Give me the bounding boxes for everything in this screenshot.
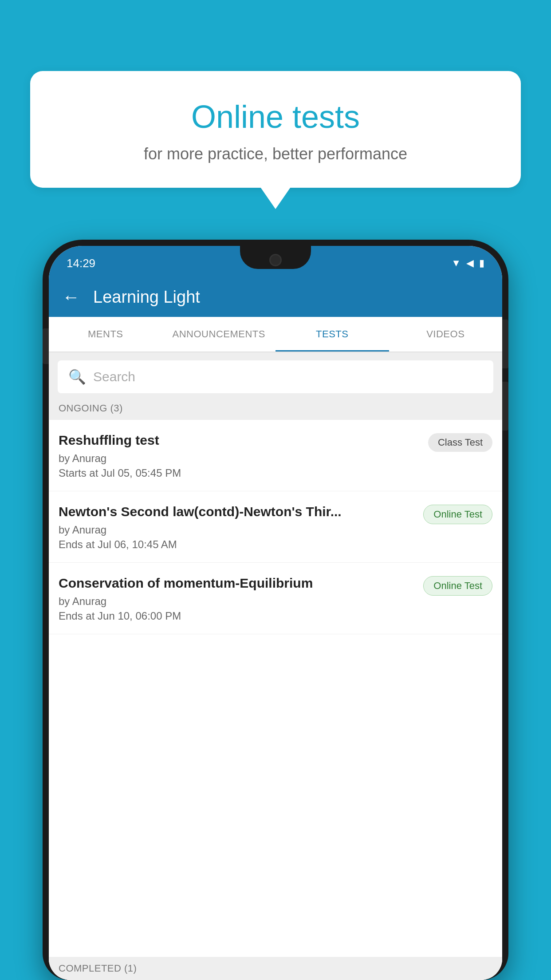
ongoing-label: ONGOING (3) [59,403,123,414]
signal-icon: ◀ [466,257,474,269]
speech-bubble: Online tests for more practice, better p… [30,71,521,188]
test-item-3[interactable]: Conservation of momentum-Equilibrium by … [49,563,502,634]
test-item-3-time: Ends at Jun 10, 06:00 PM [59,610,414,622]
phone-screen: 14:29 ▼ ◀ ▮ ← Learning Light MENTS ANNOU… [49,246,502,980]
test-list: Reshuffling test by Anurag Starts at Jul… [49,420,502,980]
test-item-1-time: Starts at Jul 05, 05:45 PM [59,467,419,479]
volume-button [43,328,49,364]
test-item-2-name: Newton's Second law(contd)-Newton's Thir… [59,503,414,520]
app-title: Learning Light [93,288,200,307]
search-bar[interactable]: 🔍 Search [58,360,493,393]
test-item-2-time: Ends at Jul 06, 10:45 AM [59,538,414,551]
search-input[interactable]: Search [93,369,135,384]
battery-icon: ▮ [479,257,484,269]
app-header: ← Learning Light [49,277,502,317]
completed-section-header: COMPLETED (1) [49,957,502,980]
test-item-3-name: Conservation of momentum-Equilibrium [59,574,414,592]
bubble-subtitle: for more practice, better performance [52,145,499,163]
bubble-title: Online tests [52,98,499,136]
tab-assignments[interactable]: MENTS [49,317,162,352]
test-item-1-content: Reshuffling test by Anurag Starts at Jul… [59,431,419,479]
ongoing-section-header: ONGOING (3) [49,397,502,420]
test-item-1-name: Reshuffling test [59,431,419,449]
search-icon: 🔍 [68,368,86,385]
search-container: 🔍 Search [49,352,502,401]
test-item-1-badge: Class Test [428,433,492,452]
test-item-2-badge: Online Test [423,505,492,524]
front-camera [269,254,282,266]
tab-announcements[interactable]: ANNOUNCEMENTS [162,317,276,352]
phone-notch [240,246,311,269]
test-item-2[interactable]: Newton's Second law(contd)-Newton's Thir… [49,491,502,563]
tab-bar: MENTS ANNOUNCEMENTS TESTS VIDEOS [49,317,502,352]
phone-frame: 14:29 ▼ ◀ ▮ ← Learning Light MENTS ANNOU… [43,240,508,980]
status-icons: ▼ ◀ ▮ [451,257,484,269]
completed-label: COMPLETED (1) [59,963,137,974]
test-item-2-author: by Anurag [59,524,414,536]
back-button[interactable]: ← [62,288,80,306]
tab-videos[interactable]: VIDEOS [389,317,503,352]
test-item-1[interactable]: Reshuffling test by Anurag Starts at Jul… [49,420,502,491]
volume-down-button [502,382,508,431]
test-item-3-badge: Online Test [423,576,492,596]
test-item-2-content: Newton's Second law(contd)-Newton's Thir… [59,503,414,551]
status-time: 14:29 [67,257,95,270]
test-item-1-author: by Anurag [59,452,419,465]
test-item-3-author: by Anurag [59,595,414,608]
wifi-icon: ▼ [451,257,461,269]
tab-tests[interactable]: TESTS [276,317,389,352]
test-item-3-content: Conservation of momentum-Equilibrium by … [59,574,414,622]
power-button [502,320,508,368]
